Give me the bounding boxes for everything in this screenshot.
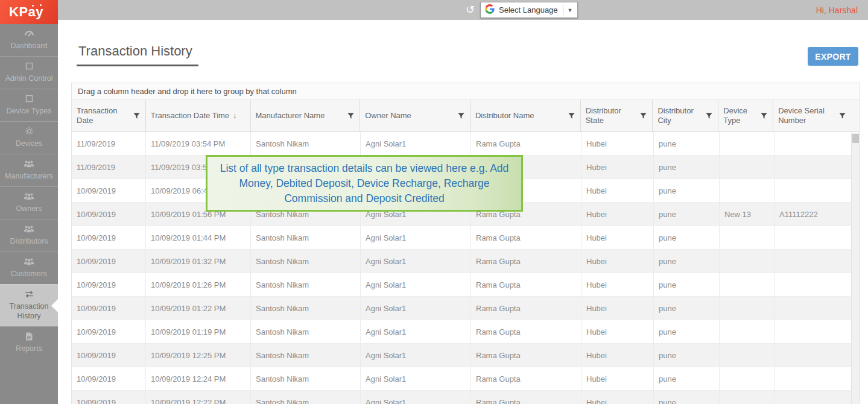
column-header-label: Owner Name [365, 111, 455, 121]
table-row[interactable]: 10/09/201910/09/2019 12:25 PMSantosh Nik… [72, 344, 852, 367]
table-cell [775, 273, 852, 296]
caret-down-icon: ▼ [568, 7, 573, 13]
users-icon [24, 192, 34, 201]
table-cell: Rama Gupta [471, 250, 581, 273]
column-header-manufacturer-name[interactable]: Manufacturer Name [251, 100, 361, 131]
sidebar-item-label: Transaction History [2, 301, 55, 321]
table-cell [720, 132, 775, 155]
column-header-distributor-name[interactable]: Distributor Name [470, 100, 581, 131]
table-cell: Rama Gupta [471, 367, 581, 390]
table-cell: 10/09/2019 [72, 297, 146, 320]
sidebar-item-devices[interactable]: Devices [0, 121, 58, 154]
table-cell: 10/09/2019 01:19 PM [146, 320, 251, 343]
filter-icon[interactable] [568, 112, 575, 119]
table-cell: Santosh Nikam [251, 132, 361, 155]
table-row[interactable]: 10/09/201910/09/2019 01:22 PMSantosh Nik… [72, 297, 852, 320]
table-cell [775, 391, 852, 404]
table-cell: 10/09/2019 [72, 273, 146, 296]
sidebar-item-owners[interactable]: Owners [0, 186, 58, 219]
column-header-device-serial-number[interactable]: Device Serial Number [773, 100, 851, 131]
language-selector-label: Select Language [499, 5, 558, 14]
table-cell: 10/09/2019 [72, 320, 146, 343]
table-cell: 10/09/2019 [72, 344, 146, 367]
report-icon [25, 332, 33, 341]
column-header-label: Distributor State [586, 106, 638, 125]
table-cell: Santosh Nikam [251, 297, 361, 320]
table-cell: 10/09/2019 12:25 PM [146, 344, 251, 367]
table-cell: Agni Solar1 [361, 273, 471, 296]
sidebar-item-dashboard[interactable]: Dashboard [0, 24, 58, 56]
table-cell [720, 156, 775, 178]
table-row[interactable]: 10/09/201910/09/2019 12:22 PMSantosh Nik… [72, 391, 852, 404]
table-row[interactable]: 10/09/201910/09/2019 01:19 PMSantosh Nik… [72, 320, 852, 344]
group-by-drop-zone[interactable]: Drag a column header and drop it here to… [72, 83, 860, 100]
table-cell [720, 273, 775, 296]
sidebar-item-admin-control[interactable]: Admin Control [0, 56, 58, 89]
column-header-label: Device Serial Number [778, 106, 836, 125]
sidebar-item-transaction-history[interactable]: Transaction History [0, 284, 58, 326]
column-header-transaction-date[interactable]: Transaction Date [72, 100, 146, 131]
table-row[interactable]: 11/09/201911/09/2019 03:54 PMSantosh Nik… [72, 132, 852, 156]
table-cell: pune [654, 344, 720, 367]
filter-icon[interactable] [639, 112, 647, 119]
table-cell [720, 226, 775, 249]
filter-icon[interactable] [838, 112, 846, 119]
table-cell: Hubei [581, 273, 654, 296]
sidebar-item-distributors[interactable]: Distributors [0, 219, 58, 251]
table-row[interactable]: 10/09/201910/09/2019 01:26 PMSantosh Nik… [72, 273, 852, 297]
filter-icon[interactable] [347, 112, 355, 119]
table-cell: New 13 [720, 203, 775, 226]
table-cell: 10/09/2019 01:44 PM [146, 226, 251, 249]
sidebar-item-label: Distributors [10, 236, 48, 246]
column-header-label: Distributor City [657, 106, 703, 125]
sidebar-item-reports[interactable]: Reports [0, 326, 58, 359]
column-header-device-type[interactable]: Device Type [718, 100, 773, 131]
table-cell: Agni Solar1 [361, 367, 471, 390]
table-cell: Rama Gupta [471, 391, 581, 404]
column-header-label: Transaction Date Time↓ [151, 111, 246, 121]
table-cell: Hubei [581, 226, 654, 249]
google-icon [485, 4, 495, 16]
sidebar-item-label: Manufacturers [5, 171, 53, 181]
column-header-distributor-city[interactable]: Distributor City [653, 100, 718, 131]
table-cell: Agni Solar1 [361, 226, 471, 249]
column-header-distributor-state[interactable]: Distributor State [581, 100, 653, 131]
table-cell: 10/09/2019 01:26 PM [146, 273, 251, 296]
table-cell: pune [654, 203, 720, 226]
language-selector[interactable]: Select Language ▼ [480, 2, 578, 18]
column-header-label: Manufacturer Name [256, 111, 345, 121]
sidebar-item-customers[interactable]: Customers [0, 251, 58, 284]
export-button[interactable]: EXPORT [808, 47, 858, 66]
sidebar-item-manufacturers[interactable]: Manufacturers [0, 154, 58, 186]
table-cell: pune [654, 226, 720, 249]
table-cell: Santosh Nikam [251, 367, 361, 390]
table-cell: Hubei [581, 320, 654, 343]
column-header-label: Transaction Date [77, 106, 130, 125]
vertical-scrollbar[interactable] [851, 133, 860, 404]
table-cell: pune [654, 132, 720, 155]
table-row[interactable]: 10/09/201910/09/2019 12:24 PMSantosh Nik… [72, 367, 852, 391]
table-cell: 10/09/2019 01:32 PM [146, 250, 251, 273]
column-header-owner-name[interactable]: Owner Name [360, 100, 470, 131]
brand-logo[interactable]: KPay [0, 0, 58, 24]
column-header-transaction-date-time[interactable]: Transaction Date Time↓ [146, 100, 251, 131]
table-cell: Santosh Nikam [251, 226, 361, 249]
column-header-label: Distributor Name [475, 111, 565, 121]
table-header-row: Transaction DateTransaction Date Time↓Ma… [72, 100, 860, 132]
sidebar-item-device-types[interactable]: Device Types [0, 89, 58, 121]
table-cell: Hubei [581, 391, 654, 404]
filter-icon[interactable] [760, 112, 768, 119]
scrollbar-thumb[interactable] [852, 134, 859, 143]
filter-icon[interactable] [705, 112, 713, 119]
sort-desc-icon: ↓ [233, 111, 237, 120]
brand-name: KPay [9, 4, 43, 20]
table-cell [720, 367, 775, 390]
filter-icon[interactable] [457, 112, 465, 119]
table-row[interactable]: 10/09/201910/09/2019 01:32 PMSantosh Nik… [72, 250, 852, 273]
filter-icon[interactable] [133, 112, 141, 119]
table-row[interactable]: 10/09/201910/09/2019 01:44 PMSantosh Nik… [72, 226, 852, 250]
users-icon [24, 257, 34, 266]
user-greeting: Hi, Harshal [816, 5, 858, 15]
table-cell [775, 132, 852, 155]
refresh-icon[interactable]: ↺ [466, 2, 475, 17]
